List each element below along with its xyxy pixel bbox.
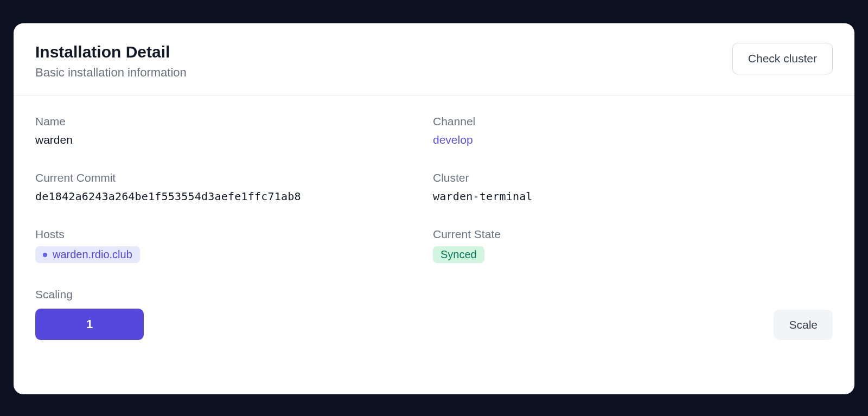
row-commit-cluster: Current Commit de1842a6243a264be1f553554… [35,171,833,203]
host-value: warden.rdio.club [53,248,132,261]
commit-label: Current Commit [35,171,433,184]
channel-label: Channel [433,115,833,128]
state-badge: Synced [433,246,484,263]
field-name: Name warden [35,115,433,146]
host-badge[interactable]: warden.rdio.club [35,246,140,263]
commit-value: de1842a6243a264be1f553554d3aefe1ffc71ab8 [35,190,433,203]
field-hosts: Hosts warden.rdio.club [35,228,433,263]
header-text-block: Installation Detail Basic installation i… [35,43,187,80]
scale-button[interactable]: Scale [774,310,833,340]
name-value: warden [35,133,433,146]
scaling-label: Scaling [35,288,144,301]
cluster-value: warden-terminal [433,190,833,203]
page-subtitle: Basic installation information [35,66,187,80]
card-body: Name warden Channel develop Current Comm… [14,95,854,360]
field-state: Current State Synced [433,228,833,263]
name-label: Name [35,115,433,128]
row-name-channel: Name warden Channel develop [35,115,833,146]
cluster-label: Cluster [433,171,833,184]
status-dot-icon [43,253,47,257]
card-header: Installation Detail Basic installation i… [14,23,854,95]
field-commit: Current Commit de1842a6243a264be1f553554… [35,171,433,203]
row-hosts-state: Hosts warden.rdio.club Current State Syn… [35,228,833,263]
field-cluster: Cluster warden-terminal [433,171,833,203]
installation-detail-card: Installation Detail Basic installation i… [14,23,854,394]
state-label: Current State [433,228,833,241]
channel-value-link[interactable]: develop [433,133,833,146]
field-channel: Channel develop [433,115,833,146]
scaling-count-badge: 1 [35,309,144,340]
row-scaling: Scaling 1 Scale [35,288,833,340]
field-scaling: Scaling 1 [35,288,144,340]
check-cluster-button[interactable]: Check cluster [732,43,833,74]
page-title: Installation Detail [35,43,187,61]
hosts-label: Hosts [35,228,433,241]
